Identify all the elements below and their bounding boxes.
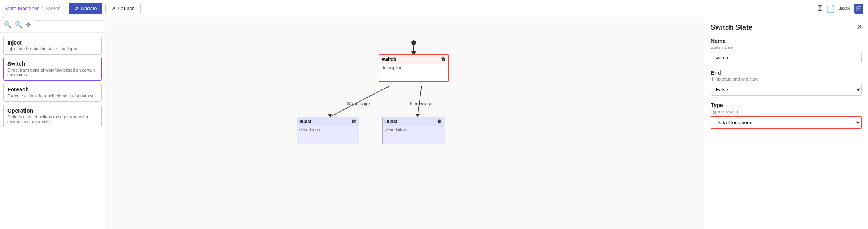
move-icon[interactable]: ✥ <box>26 21 31 29</box>
state-name-operation: Operation <box>7 107 98 114</box>
inject-left-delete[interactable]: 🗑 <box>352 119 356 124</box>
right-panel-title: Switch State <box>711 23 862 32</box>
state-name-inject: Inject <box>7 39 98 46</box>
state-list: Inject Inject static data into state dat… <box>0 33 105 131</box>
left-panel: 🔍 🔍 ✥ Inject Inject static data into sta… <box>0 17 105 229</box>
state-desc-foreach: Execute actions for each element of a da… <box>7 93 98 98</box>
sigma-icon[interactable]: Σ <box>818 4 822 13</box>
name-section: Name State name <box>711 38 862 63</box>
close-button[interactable]: ✕ <box>857 23 863 31</box>
type-select[interactable]: Data Conditions Event Conditions <box>711 116 862 129</box>
switch-node-header: switch 🗑 <box>379 55 448 64</box>
svg-line-2 <box>330 86 390 117</box>
type-label: Type <box>711 102 862 108</box>
file-icon[interactable]: 📄 <box>826 4 835 13</box>
end-section: End If this state and end state False Tr… <box>711 70 862 96</box>
canvas[interactable]: ${.message ${.message switch 🗑 d <box>105 17 704 229</box>
type-sublabel: Type of switch <box>711 109 862 114</box>
switch-node-delete[interactable]: 🗑 <box>441 57 446 62</box>
launch-button[interactable]: ↗ Launch <box>105 3 141 14</box>
breadcrumb: State Machines \ Switch <box>5 5 61 11</box>
inject-left-header: inject 🗑 <box>297 117 359 126</box>
svg-marker-7 <box>416 114 420 117</box>
breadcrumb-current: Switch <box>46 5 60 11</box>
svg-point-0 <box>411 40 416 45</box>
inject-right-label: inject <box>385 119 397 124</box>
toolbar: 🔍 🔍 ✥ <box>0 17 105 33</box>
update-button[interactable]: ↺ Update <box>69 3 103 14</box>
state-item-inject[interactable]: Inject Inject static data into state dat… <box>3 36 102 55</box>
state-desc-switch: Direct transitions of workflow based on … <box>7 68 98 77</box>
switch-node-label: switch <box>382 57 396 62</box>
end-label: End <box>711 70 862 76</box>
state-item-operation[interactable]: Operation Defines a set of actions to be… <box>3 104 102 127</box>
launch-label: Launch <box>118 5 135 11</box>
top-bar: State Machines \ Switch ↺ Update ↗ Launc… <box>0 0 868 17</box>
svg-text:${.message: ${.message <box>410 101 432 106</box>
zoom-in-icon[interactable]: 🔍 <box>4 21 12 29</box>
grid-icon[interactable]: ⊞ <box>854 4 863 14</box>
search-input[interactable] <box>34 20 105 29</box>
json-icon[interactable]: JSON <box>839 6 850 11</box>
inject-right-delete[interactable]: 🗑 <box>438 119 442 124</box>
launch-icon: ↗ <box>111 5 116 11</box>
diagram-area: ${.message ${.message switch 🗑 d <box>105 17 704 229</box>
type-section: Type Type of switch Data Conditions Even… <box>711 102 862 129</box>
state-name-foreach: Foreach <box>7 86 98 93</box>
name-label: Name <box>711 38 862 44</box>
state-item-foreach[interactable]: Foreach Execute actions for each element… <box>3 83 102 102</box>
inject-left-label: inject <box>299 119 311 124</box>
end-select[interactable]: False True <box>711 84 862 96</box>
switch-node-body: description <box>379 64 448 72</box>
svg-marker-6 <box>328 114 332 117</box>
inject-right-header: inject 🗑 <box>383 117 445 126</box>
svg-text:${.message: ${.message <box>347 101 370 106</box>
switch-node[interactable]: switch 🗑 description <box>379 54 449 82</box>
state-item-switch[interactable]: Switch Direct transitions of workflow ba… <box>3 57 102 81</box>
inject-right-node[interactable]: inject 🗑 description <box>382 117 445 144</box>
state-desc-operation: Defines a set of actions to be performed… <box>7 114 98 124</box>
state-name-switch: Switch <box>7 61 98 67</box>
svg-line-3 <box>418 86 422 117</box>
top-right-icons: Σ 📄 JSON ⊞ <box>818 4 863 14</box>
inject-left-body: description <box>297 126 359 134</box>
inject-right-body: description <box>383 126 445 134</box>
main-area: 🔍 🔍 ✥ Inject Inject static data into sta… <box>0 17 868 229</box>
zoom-out-icon[interactable]: 🔍 <box>15 21 23 29</box>
breadcrumb-parent[interactable]: State Machines <box>5 5 40 11</box>
update-label: Update <box>81 5 97 11</box>
inject-left-node[interactable]: inject 🗑 description <box>297 117 359 144</box>
end-sublabel: If this state and end state <box>711 77 862 81</box>
name-input[interactable] <box>711 52 862 63</box>
right-panel: Switch State ✕ Name State name End If th… <box>704 17 868 229</box>
state-desc-inject: Inject static data into state data input <box>7 47 98 51</box>
name-sublabel: State name <box>711 45 862 50</box>
update-icon: ↺ <box>74 5 78 11</box>
breadcrumb-separator: \ <box>42 5 44 11</box>
